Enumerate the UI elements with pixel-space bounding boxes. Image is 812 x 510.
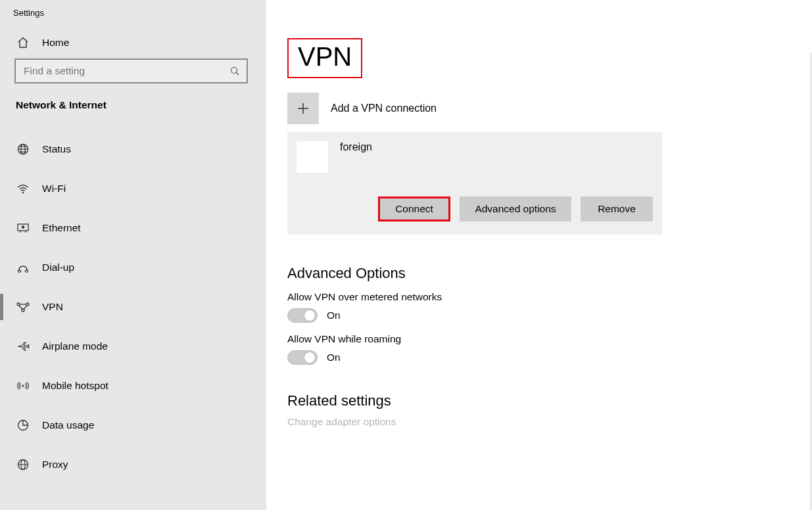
nav-label: Dial-up xyxy=(42,262,74,273)
opt-metered-state: On xyxy=(327,310,341,321)
svg-line-23 xyxy=(24,306,27,310)
sidebar: Settings Home Network & Internet Status xyxy=(0,0,266,510)
nav-label: Wi-Fi xyxy=(42,183,66,195)
nav-list: Status Wi-Fi Ethernet Dial-up xyxy=(0,129,266,484)
opt-roaming-label: Allow VPN while roaming xyxy=(287,333,812,345)
page-title-highlight: VPN xyxy=(287,38,362,78)
nav-airplane[interactable]: Airplane mode xyxy=(0,327,266,366)
advanced-options-button[interactable]: Advanced options xyxy=(460,197,571,221)
svg-point-11 xyxy=(22,192,24,193)
related-section-title: Related settings xyxy=(287,392,812,409)
opt-roaming-row: On xyxy=(287,350,812,365)
nav-label: Ethernet xyxy=(42,222,81,234)
add-vpn-label: Add a VPN connection xyxy=(331,103,437,114)
home-label: Home xyxy=(42,37,69,49)
nav-label: VPN xyxy=(42,301,63,313)
nav-ethernet[interactable]: Ethernet xyxy=(0,208,266,248)
nav-vpn[interactable]: VPN xyxy=(0,287,266,327)
nav-hotspot[interactable]: Mobile hotspot xyxy=(0,366,266,406)
related-link-adapter[interactable]: Change adapter options xyxy=(287,416,812,428)
opt-metered-toggle[interactable] xyxy=(287,308,318,323)
nav-proxy[interactable]: Proxy xyxy=(0,445,266,484)
svg-point-4 xyxy=(231,68,237,74)
svg-point-24 xyxy=(22,384,24,386)
category-title: Network & Internet xyxy=(0,90,266,116)
nav-label: Data usage xyxy=(42,419,94,431)
nav-label: Status xyxy=(42,143,71,155)
add-vpn-row[interactable]: Add a VPN connection xyxy=(287,93,812,124)
nav-label: Airplane mode xyxy=(42,340,108,352)
airplane-icon xyxy=(16,340,30,353)
proxy-icon xyxy=(16,458,30,471)
nav-status[interactable]: Status xyxy=(0,129,266,169)
vpn-entry-header: foreign xyxy=(297,141,653,173)
vpn-actions: Connect Advanced options Remove xyxy=(297,197,653,221)
opt-metered-label: Allow VPN over metered networks xyxy=(287,291,812,303)
main-content: VPN Add a VPN connection foreign Connect… xyxy=(266,0,812,510)
svg-point-18 xyxy=(17,303,20,306)
opt-roaming-state: On xyxy=(327,352,341,363)
opt-metered-row: On xyxy=(287,308,812,323)
nav-wifi[interactable]: Wi-Fi xyxy=(0,169,266,208)
search-wrap xyxy=(0,56,266,90)
search-box[interactable] xyxy=(14,58,248,83)
svg-line-22 xyxy=(19,306,22,310)
page-title: VPN xyxy=(298,42,352,72)
globe-network-icon xyxy=(16,143,30,156)
nav-datausage[interactable]: Data usage xyxy=(0,406,266,445)
home-icon xyxy=(16,36,30,49)
search-icon xyxy=(229,66,240,76)
nav-label: Proxy xyxy=(42,459,68,471)
nav-label: Mobile hotspot xyxy=(42,380,108,392)
vpn-entry-name: foreign xyxy=(340,141,372,153)
dialup-icon xyxy=(16,261,30,274)
vpn-icon xyxy=(16,300,30,313)
remove-button[interactable]: Remove xyxy=(581,197,653,221)
search-input[interactable] xyxy=(22,64,229,78)
nav-dialup[interactable]: Dial-up xyxy=(0,248,266,287)
svg-rect-16 xyxy=(18,270,21,272)
sidebar-home[interactable]: Home xyxy=(0,30,266,56)
ethernet-icon xyxy=(16,221,30,235)
opt-roaming-toggle[interactable] xyxy=(287,350,318,365)
window-title: Settings xyxy=(0,0,266,30)
svg-rect-15 xyxy=(22,226,24,229)
vpn-entry-icon xyxy=(297,141,328,173)
svg-line-5 xyxy=(237,73,239,76)
plus-icon xyxy=(287,93,319,124)
svg-point-19 xyxy=(26,303,29,306)
data-usage-icon xyxy=(16,419,30,432)
svg-rect-17 xyxy=(26,270,28,272)
settings-window: Settings Home Network & Internet Status xyxy=(0,0,812,510)
advanced-section-title: Advanced Options xyxy=(287,265,812,282)
wifi-icon xyxy=(16,182,30,195)
connect-button[interactable]: Connect xyxy=(378,197,450,221)
hotspot-icon xyxy=(16,379,30,392)
vpn-connection-card[interactable]: foreign Connect Advanced options Remove xyxy=(287,132,662,235)
